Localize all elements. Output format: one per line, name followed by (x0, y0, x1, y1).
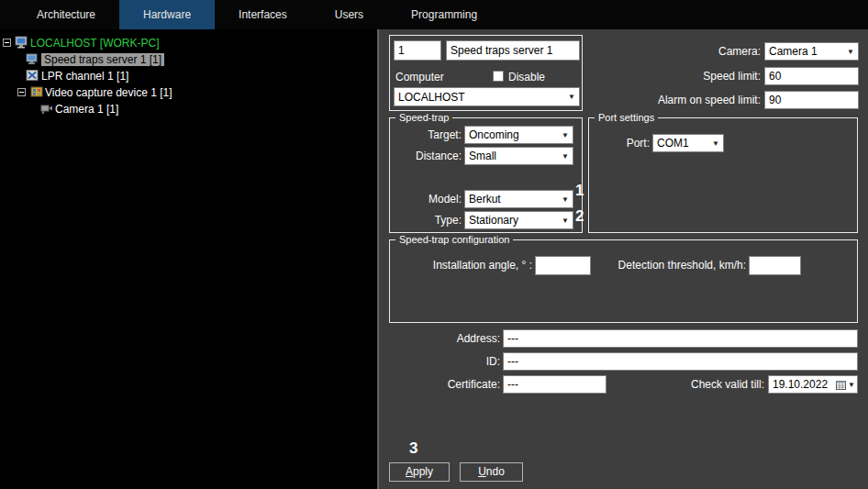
camera-select[interactable]: Camera 1 ▼ (764, 42, 859, 61)
chevron-down-icon: ▼ (712, 139, 719, 148)
id-label: ID: (426, 355, 500, 368)
check-valid-till-value: 19.10.2022 (773, 378, 836, 391)
address-field[interactable] (503, 329, 858, 348)
type-label: Type: (388, 214, 462, 227)
tab-architecture[interactable]: Architecture (13, 0, 119, 29)
app-window: Architecture Hardware Interfaces Users P… (0, 0, 868, 489)
port-settings-group-title: Port settings (595, 111, 658, 125)
id-field[interactable] (503, 352, 858, 371)
speed-trap-group-title: Speed-trap (395, 111, 452, 125)
chevron-down-icon: ▼ (568, 93, 575, 101)
speed-limit-label: Speed limit: (651, 70, 761, 83)
tree-item-camera[interactable]: Camera 1 [1] (0, 101, 377, 117)
monitor-icon (26, 52, 39, 65)
tree-item-localhost[interactable]: LOCALHOST [WORK-PC] (0, 35, 377, 51)
disable-checkbox[interactable] (493, 71, 504, 82)
disable-label: Disable (508, 71, 545, 83)
installation-angle-field[interactable] (535, 256, 591, 275)
type-select-value: Stationary (469, 214, 559, 227)
tree-item-label: LPR channel 1 [1] (41, 70, 128, 83)
tab-hardware[interactable]: Hardware (119, 0, 215, 29)
speed-limit-field[interactable] (764, 67, 859, 85)
computer-icon (15, 36, 28, 49)
type-select[interactable]: Stationary ▼ (464, 211, 573, 229)
tree-item-speed-traps-server[interactable]: Speed traps server 1 [1] (0, 51, 377, 68)
settings-panel: Computer Disable LOCALHOST ▼ Camera: Cam… (378, 29, 868, 489)
calendar-icon (836, 380, 846, 390)
tab-programming[interactable]: Programming (387, 0, 501, 29)
tree-item-lpr-channel[interactable]: LPR channel 1 [1] (0, 68, 377, 84)
chevron-down-icon: ▼ (562, 131, 569, 139)
device-tree-panel: LOCALHOST [WORK-PC] Speed traps server 1… (0, 29, 378, 489)
tree-item-label: LOCALHOST [WORK-PC] (30, 37, 159, 50)
address-label: Address: (426, 332, 500, 345)
target-select-value: Oncoming (469, 128, 559, 141)
object-name-field[interactable] (446, 40, 580, 61)
installation-angle-label: Installation angle, ° : (406, 259, 532, 272)
detection-threshold-label: Detection threshold, km/h: (595, 259, 746, 272)
apply-button[interactable]: Apply (389, 462, 450, 482)
target-label: Target: (388, 128, 462, 141)
capture-device-icon (30, 85, 43, 98)
target-select[interactable]: Oncoming ▼ (464, 126, 573, 144)
annotation-3: 3 (409, 439, 417, 458)
check-valid-till-label: Check valid till: (656, 378, 764, 391)
detection-threshold-field[interactable] (749, 256, 801, 275)
collapse-icon[interactable] (17, 88, 26, 96)
distance-select-value: Small (469, 150, 559, 162)
chevron-down-icon: ▼ (562, 152, 569, 161)
model-select[interactable]: Berkut ▼ (464, 190, 573, 208)
port-select-value: COM1 (657, 137, 709, 150)
speed-trap-configuration-group: Speed-trap configuration (389, 239, 858, 323)
distance-select[interactable]: Small ▼ (464, 147, 573, 165)
annotation-1: 1 (575, 182, 584, 200)
collapse-icon[interactable] (3, 39, 11, 47)
computer-label: Computer (395, 71, 444, 83)
chevron-down-icon: ▼ (562, 195, 569, 204)
tab-users[interactable]: Users (311, 0, 387, 29)
speed-trap-configuration-group-title: Speed-trap configuration (395, 233, 513, 247)
alarm-on-speed-limit-field[interactable] (764, 91, 859, 109)
certificate-field[interactable] (503, 375, 606, 394)
tab-interfaces[interactable]: Interfaces (215, 0, 311, 29)
port-select[interactable]: COM1 ▼ (652, 134, 724, 152)
port-label: Port: (606, 137, 650, 150)
camera-icon (40, 102, 53, 115)
model-select-value: Berkut (469, 193, 559, 206)
chevron-down-icon: ▼ (847, 48, 854, 56)
chevron-down-icon: ▼ (562, 217, 569, 225)
distance-label: Distance: (388, 150, 462, 162)
computer-select[interactable]: LOCALHOST ▼ (394, 87, 580, 106)
tree-item-label: Speed traps server 1 [1] (41, 53, 164, 66)
check-valid-till-datepicker[interactable]: 19.10.2022 ▼ (768, 375, 858, 394)
tree-item-label: Video capture device 1 [1] (45, 86, 172, 99)
model-label: Model: (388, 193, 462, 206)
camera-select-value: Camera 1 (769, 45, 844, 58)
tab-bar: Architecture Hardware Interfaces Users P… (0, 0, 868, 29)
certificate-label: Certificate: (426, 378, 500, 391)
lpr-icon (26, 69, 39, 82)
tree-item-label: Camera 1 [1] (55, 103, 118, 116)
undo-button[interactable]: Undo (460, 462, 523, 482)
computer-select-value: LOCALHOST (398, 91, 565, 104)
object-id-field[interactable] (394, 40, 441, 61)
annotation-2: 2 (575, 207, 584, 226)
tree-item-video-capture-device[interactable]: Video capture device 1 [1] (0, 84, 377, 101)
chevron-down-icon: ▼ (848, 381, 855, 389)
alarm-on-speed-limit-label: Alarm on speed limit: (614, 94, 761, 106)
camera-label: Camera: (651, 45, 761, 58)
